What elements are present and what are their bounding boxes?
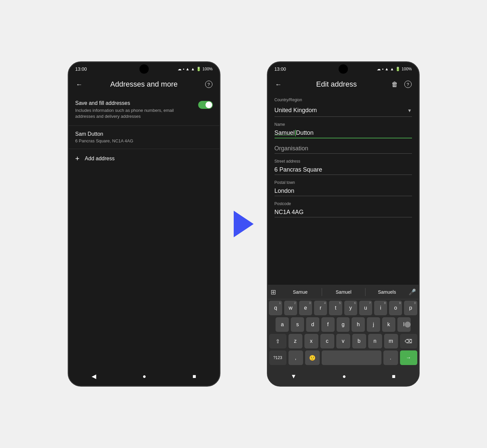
- key-e[interactable]: 3e: [299, 301, 312, 315]
- emoji-key[interactable]: 🙂: [305, 350, 320, 365]
- key-j[interactable]: j: [367, 317, 380, 332]
- address-detail: 6 Pancras Square, NC1A 4AG: [75, 138, 213, 143]
- battery-icon: 🔋: [196, 67, 201, 71]
- postcode-value: NC1A 4AG: [275, 209, 304, 215]
- key-x[interactable]: x: [304, 334, 318, 348]
- camera-notch: [139, 64, 149, 74]
- key-b[interactable]: b: [352, 334, 366, 348]
- key-p[interactable]: 0p: [404, 301, 417, 315]
- battery-text-2: 100%: [402, 67, 412, 71]
- key-c[interactable]: c: [320, 334, 334, 348]
- suggestion-2[interactable]: Samuel: [322, 288, 365, 296]
- key-l[interactable]: l: [397, 317, 411, 332]
- key-h[interactable]: h: [352, 317, 365, 332]
- app-bar-actions-2: 🗑 ?: [389, 79, 413, 90]
- nav-back-1[interactable]: ◀: [92, 373, 96, 380]
- shift-key[interactable]: ⇧: [269, 334, 286, 348]
- nav-bar-2: ▼ ● ■: [268, 368, 419, 386]
- key-u[interactable]: 7u: [359, 301, 372, 315]
- nav-bar-1: ◀ ● ■: [69, 368, 219, 386]
- postcode-label: Postcode: [275, 201, 412, 206]
- street-input[interactable]: 6 Pancras Square: [275, 165, 412, 175]
- play-arrow-icon: [234, 211, 254, 237]
- key-t[interactable]: 5t: [329, 301, 342, 315]
- key-w[interactable]: 2w: [284, 301, 297, 315]
- key-n[interactable]: n: [368, 334, 382, 348]
- delete-button[interactable]: 🗑: [389, 79, 400, 90]
- nav-home-1[interactable]: ●: [143, 373, 146, 380]
- back-button-2[interactable]: ←: [273, 79, 284, 90]
- key-d[interactable]: d: [306, 317, 319, 332]
- key-a[interactable]: a: [276, 317, 289, 332]
- dropdown-arrow-icon: ▼: [407, 108, 412, 113]
- suggestion-3[interactable]: Samuels: [365, 288, 409, 296]
- key-y[interactable]: 6y: [344, 301, 357, 315]
- nav-home-2[interactable]: ●: [343, 373, 346, 380]
- battery-icon-2: 🔋: [395, 67, 400, 71]
- postal-town-value: London: [275, 187, 294, 194]
- name-input[interactable]: Samuel Dutton: [275, 128, 412, 138]
- street-value: 6 Pancras Square: [275, 166, 322, 173]
- app-bar-2: ← Edit address 🗑 ?: [268, 74, 419, 94]
- space-key[interactable]: [322, 350, 381, 365]
- add-address-row[interactable]: + Add address: [69, 149, 219, 168]
- key-m[interactable]: m: [384, 334, 398, 348]
- key-k[interactable]: k: [382, 317, 395, 332]
- postcode-input[interactable]: NC1A 4AG: [275, 207, 412, 217]
- key-z[interactable]: z: [288, 334, 302, 348]
- period-key[interactable]: .: [383, 350, 398, 365]
- name-field[interactable]: Name Samuel Dutton: [275, 122, 412, 138]
- signal-icon-2: ▲: [390, 67, 394, 71]
- nav-recent-2[interactable]: ■: [392, 373, 396, 380]
- help-button-2[interactable]: ?: [403, 79, 413, 90]
- comma-key[interactable]: ,: [288, 350, 303, 365]
- key-o[interactable]: 9o: [389, 301, 402, 315]
- back-button-1[interactable]: ←: [74, 79, 85, 90]
- cloud-icon-2: ☁: [377, 67, 381, 71]
- transition-arrow: [234, 211, 254, 237]
- name-label: Name: [275, 122, 412, 127]
- key-s[interactable]: s: [291, 317, 304, 332]
- postcode-field[interactable]: Postcode NC1A 4AG: [275, 201, 412, 217]
- numbers-key[interactable]: ?123: [269, 350, 286, 365]
- key-q[interactable]: 1q: [269, 301, 282, 315]
- delete-key[interactable]: ⌫: [400, 334, 417, 348]
- keyboard-rows: 1q 2w 3e 4r 5t 6y 7u 8i 9o 0p a s d f g …: [268, 299, 419, 368]
- text-cursor: [295, 130, 296, 136]
- street-field[interactable]: Street address 6 Pancras Square: [275, 159, 412, 175]
- status-time-1: 13:00: [75, 66, 87, 72]
- wifi-icon-2: ▲: [385, 67, 389, 71]
- phone-1: 13:00 ☁ ▪ ▲ ▲ 🔋 100% ← Addresses and mor…: [68, 61, 220, 387]
- key-row-4: ?123 , 🙂 . →: [269, 350, 417, 365]
- nav-recent-1[interactable]: ■: [193, 373, 196, 380]
- street-label: Street address: [275, 159, 412, 164]
- setting-desc: Includes information such as phone numbe…: [75, 108, 175, 119]
- name-part2: Dutton: [296, 129, 314, 136]
- status-icons-1: ☁ ▪ ▲ ▲ 🔋 100%: [178, 67, 213, 71]
- save-fill-setting: Save and fill addresses Includes informa…: [69, 94, 219, 126]
- organisation-input[interactable]: Organisation: [275, 144, 412, 154]
- save-fill-toggle[interactable]: [198, 101, 213, 109]
- enter-key[interactable]: →: [400, 350, 417, 365]
- keyboard-grid-icon[interactable]: ⊞: [271, 288, 276, 296]
- key-g[interactable]: g: [337, 317, 350, 332]
- suggestion-1[interactable]: Samue: [279, 288, 322, 296]
- status-time-2: 13:00: [275, 66, 286, 72]
- help-button-1[interactable]: ?: [203, 79, 214, 90]
- postal-town-field[interactable]: Postal town London: [275, 180, 412, 196]
- postal-town-input[interactable]: London: [275, 186, 412, 196]
- mic-icon[interactable]: 🎤: [409, 288, 416, 296]
- key-row-2: a s d f g h j k l: [269, 317, 417, 332]
- address-list-item[interactable]: Sam Dutton 6 Pancras Square, NC1A 4AG: [69, 126, 219, 149]
- key-f[interactable]: f: [321, 317, 335, 332]
- key-r[interactable]: 4r: [314, 301, 327, 315]
- organisation-field[interactable]: Organisation: [275, 144, 412, 154]
- page-title-1: Addresses and more: [85, 80, 203, 89]
- wifi-icon: ▲: [186, 67, 190, 71]
- country-dropdown[interactable]: United Kingdom ▼: [275, 104, 412, 117]
- app-bar-1: ← Addresses and more ?: [69, 74, 219, 94]
- key-v[interactable]: v: [336, 334, 350, 348]
- key-i[interactable]: 8i: [374, 301, 387, 315]
- nav-back-2[interactable]: ▼: [291, 373, 297, 380]
- setting-title: Save and fill addresses: [75, 100, 175, 106]
